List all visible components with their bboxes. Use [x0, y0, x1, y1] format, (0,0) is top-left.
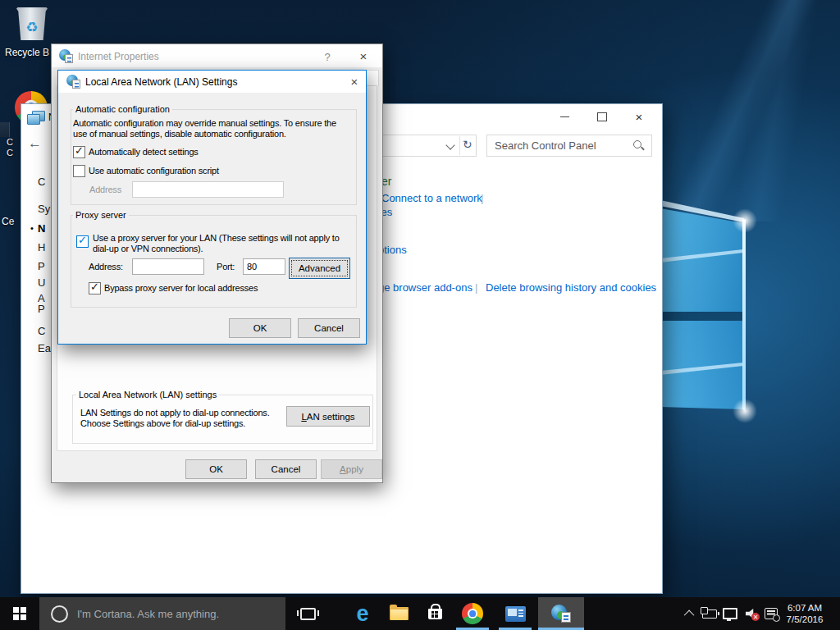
taskbar: I'm Cortana. Ask me anything. e	[0, 597, 840, 630]
use-automatic-configuration-script-label[interactable]: Use automatic configuration script	[89, 166, 219, 176]
start-button[interactable]	[0, 597, 39, 630]
recycle-bin-glyph: ♻	[16, 7, 48, 40]
volume-tray-button[interactable]: ✕	[740, 597, 761, 630]
windows-logo-icon	[13, 607, 26, 620]
task-view-button[interactable]	[289, 597, 326, 630]
use-proxy-server-label-line2[interactable]: dial-up or VPN connections).	[93, 244, 203, 253]
network-window-icon	[27, 111, 45, 124]
wallpaper-light-beams	[640, 0, 840, 221]
desktop-label-fragment: C	[7, 148, 13, 158]
action-center-icon	[765, 608, 778, 619]
cancel-button[interactable]: Cancel	[298, 318, 360, 338]
proxy-address-input[interactable]	[132, 258, 204, 275]
lan-settings-description-line2: Choose Settings above for dial-up settin…	[80, 418, 245, 428]
close-button[interactable]: ×	[620, 104, 658, 129]
lan-settings-description-line1: LAN Settings do not apply to dial-up con…	[80, 408, 270, 418]
logo-glow-bottom	[733, 399, 757, 423]
sidebar-item-fragment[interactable]: P	[38, 260, 45, 272]
close-button[interactable]: ×	[356, 48, 371, 63]
sidebar-item-fragment[interactable]: Ea	[38, 342, 51, 354]
file-explorer-taskbar-button[interactable]	[381, 597, 417, 630]
dialog-title: Local Area Network (LAN) Settings	[85, 76, 237, 88]
use-proxy-server-checkbox[interactable]	[76, 235, 89, 248]
sidebar-item-fragment[interactable]: Sy	[38, 203, 50, 215]
file-explorer-icon	[390, 607, 409, 620]
windows-hero-logo	[660, 195, 752, 418]
back-arrow-icon[interactable]: ←	[28, 135, 42, 152]
ok-button[interactable]: OK	[185, 459, 247, 479]
chrome-taskbar-button[interactable]	[453, 597, 492, 630]
chrome-icon	[462, 603, 483, 624]
sidebar-item-fragment-selected[interactable]: N	[38, 222, 45, 235]
use-proxy-server-label-line1[interactable]: Use a proxy server for your LAN (These s…	[93, 233, 340, 243]
address-bar-divider	[459, 136, 460, 155]
lan-settings-group-legend: Local Area Network (LAN) settings	[76, 390, 219, 399]
dialog-title: Internet Properties	[78, 51, 159, 62]
automatically-detect-settings-label[interactable]: Automatically detect settings	[89, 147, 199, 157]
sidebar-item-fragment[interactable]: C	[38, 325, 45, 337]
link-separator: |	[475, 281, 477, 294]
power-tray-button[interactable]	[699, 597, 720, 630]
auto-config-description-line2: use of manual settings, disable automati…	[73, 129, 286, 139]
auto-config-address-label: Address	[89, 185, 121, 194]
hidden-icons-chevron[interactable]	[682, 597, 697, 630]
logo-right-edge	[742, 219, 746, 410]
proxy-address-label: Address:	[89, 262, 123, 272]
apply-button[interactable]: Apply	[321, 459, 382, 479]
cancel-button[interactable]: Cancel	[255, 459, 317, 479]
sidebar-item-fragment[interactable]: H	[38, 241, 45, 253]
store-taskbar-button[interactable]	[417, 597, 453, 630]
control-panel-taskbar-button[interactable]	[495, 597, 535, 630]
use-automatic-configuration-script-checkbox[interactable]	[73, 165, 85, 177]
sidebar-item-fragment[interactable]: P	[38, 303, 45, 315]
chevron-down-icon[interactable]	[445, 140, 454, 149]
logo-glow-top	[733, 208, 757, 233]
auto-config-address-input[interactable]	[132, 181, 284, 198]
mute-badge-icon: ✕	[751, 613, 760, 621]
link-connect-to-network[interactable]: Connect to a network	[381, 192, 482, 204]
recycle-bin-icon[interactable]: ♻	[15, 5, 49, 43]
edge-taskbar-button[interactable]: e	[345, 597, 381, 630]
link-separator: |	[481, 192, 483, 204]
automatically-detect-settings-checkbox[interactable]	[73, 146, 85, 158]
cortana-icon	[51, 605, 68, 623]
proxy-port-label: Port:	[217, 262, 235, 272]
proxy-port-input[interactable]: 80	[243, 258, 285, 275]
network-tray-button[interactable]	[720, 597, 740, 630]
bypass-proxy-label[interactable]: Bypass proxy server for local addresses	[104, 283, 258, 293]
cortana-placeholder: I'm Cortana. Ask me anything.	[77, 608, 219, 620]
advanced-button[interactable]: Advanced	[289, 258, 350, 279]
maximize-button[interactable]	[583, 104, 620, 129]
ok-button[interactable]: OK	[229, 318, 291, 338]
refresh-icon[interactable]: ↻	[463, 138, 472, 151]
lan-settings-dialog: Local Area Network (LAN) Settings × Auto…	[57, 70, 367, 345]
internet-properties-titlebar[interactable]: Internet Properties ? ×	[52, 44, 382, 67]
link-fragment-addons[interactable]: ge browser add-ons	[378, 281, 472, 294]
sidebar-selected-bullet: •	[30, 223, 34, 233]
tab-fragment[interactable]	[365, 70, 379, 86]
search-input[interactable]: Search Control Panel	[486, 135, 652, 157]
close-button[interactable]: ×	[347, 74, 362, 89]
control-panel-icon	[505, 606, 526, 622]
internet-properties-taskbar-button[interactable]	[538, 597, 584, 630]
screen: ♻ Recycle B C C Ce N × ← ↻ Search Contro…	[0, 0, 840, 630]
search-icon[interactable]	[633, 140, 641, 148]
bypass-proxy-checkbox[interactable]	[89, 282, 101, 294]
link-delete-history[interactable]: Delete browsing history and cookies	[486, 281, 656, 294]
cortana-search-box[interactable]: I'm Cortana. Ask me anything.	[39, 597, 285, 630]
sidebar-item-fragment[interactable]: U	[38, 276, 45, 289]
partial-desktop-icon[interactable]	[0, 122, 10, 137]
battery-plug-icon	[702, 609, 717, 619]
search-placeholder: Search Control Panel	[495, 139, 596, 152]
proxy-server-legend: Proxy server	[73, 210, 129, 220]
lan-dialog-icon	[66, 75, 80, 89]
sidebar-item-fragment[interactable]: C	[38, 176, 45, 188]
lan-dialog-titlebar[interactable]: Local Area Network (LAN) Settings ×	[58, 71, 366, 93]
internet-properties-icon	[551, 605, 571, 623]
taskbar-clock[interactable]: 6:07 AM 7/5/2016	[778, 597, 832, 630]
help-button[interactable]: ?	[320, 49, 335, 64]
network-icon	[723, 608, 737, 619]
minimize-button[interactable]	[546, 104, 583, 129]
clock-time: 6:07 AM	[788, 602, 822, 614]
lan-settings-button[interactable]: LAN settings	[286, 406, 370, 427]
